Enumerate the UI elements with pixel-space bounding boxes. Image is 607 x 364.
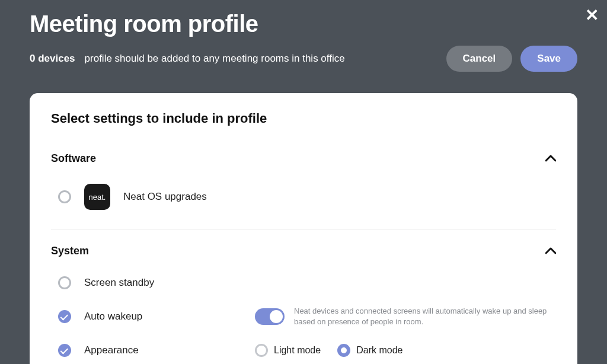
checkbox-auto-wakeup[interactable] [58, 310, 71, 323]
settings-card: Select settings to include in profile So… [30, 93, 577, 364]
modal-subheader: 0 devices profile should be added to any… [0, 46, 607, 72]
cancel-button[interactable]: Cancel [446, 46, 513, 72]
card-title: Select settings to include in profile [51, 111, 556, 126]
setting-label-auto-wakeup: Auto wakeup [84, 311, 142, 323]
device-count: 0 devices [30, 53, 75, 65]
setting-label-screen-standby: Screen standby [84, 277, 154, 289]
setting-neat-os-upgrades: neat. Neat OS upgrades [51, 175, 556, 218]
radio-light-mode[interactable]: Light mode [255, 344, 321, 357]
setting-label-appearance: Appearance [84, 344, 139, 356]
setting-label-neat-os: Neat OS upgrades [123, 191, 207, 203]
radio-label-light: Light mode [274, 345, 321, 356]
header-actions: Cancel Save [446, 46, 577, 72]
checkbox-screen-standby[interactable] [58, 276, 71, 289]
auto-wakeup-description: Neat devices and connected screens will … [294, 306, 556, 327]
checkbox-appearance[interactable] [58, 344, 71, 357]
radio-icon-off [255, 344, 268, 357]
neat-logo-icon: neat. [84, 184, 110, 210]
section-header-system[interactable]: System [51, 245, 556, 257]
section-system: System Screen standby Auto wakeup Neat d… [51, 245, 556, 364]
close-icon[interactable]: ✕ [585, 7, 599, 24]
setting-appearance: Appearance Light mode Dark mode [51, 336, 556, 364]
radio-dark-mode[interactable]: Dark mode [337, 344, 402, 357]
section-divider [51, 229, 556, 229]
chevron-up-icon [545, 152, 556, 165]
setting-screen-standby: Screen standby [51, 268, 556, 298]
section-software: Software neat. Neat OS upgrades [51, 152, 556, 218]
profile-note: profile should be added to any meeting r… [85, 53, 345, 65]
radio-icon-on [337, 344, 350, 357]
section-title-software: Software [51, 152, 96, 165]
section-header-software[interactable]: Software [51, 152, 556, 165]
chevron-up-icon [545, 245, 556, 257]
appearance-radio-group: Light mode Dark mode [255, 344, 402, 357]
toggle-auto-wakeup[interactable] [255, 308, 285, 325]
modal-header: Meeting room profile [0, 0, 607, 37]
subheader-text: 0 devices profile should be added to any… [30, 53, 345, 65]
section-title-system: System [51, 245, 89, 257]
radio-label-dark: Dark mode [356, 345, 402, 356]
save-button[interactable]: Save [520, 46, 577, 72]
checkbox-neat-os[interactable] [58, 190, 71, 203]
setting-auto-wakeup: Auto wakeup Neat devices and connected s… [51, 298, 556, 336]
page-title: Meeting room profile [30, 11, 577, 37]
